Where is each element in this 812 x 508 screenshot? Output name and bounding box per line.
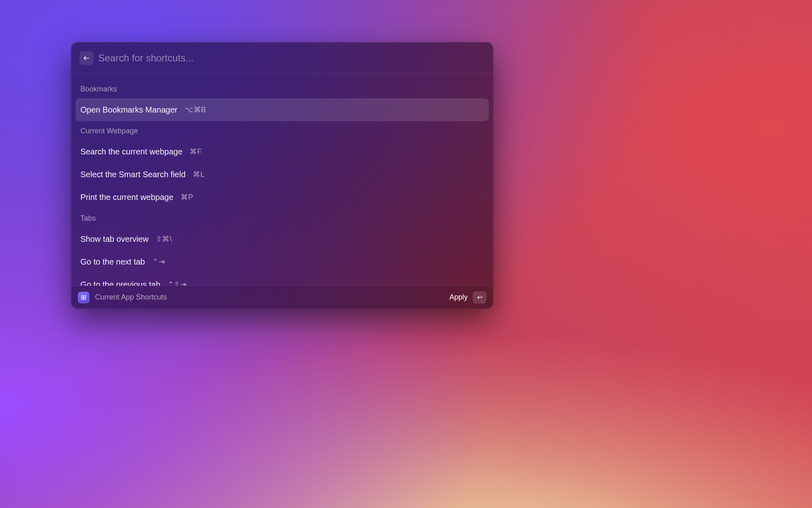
- apply-label: Apply: [449, 293, 468, 302]
- shortcut-label: Open Bookmarks Manager: [80, 105, 177, 115]
- footer: Current App Shortcuts Apply ↩: [71, 286, 493, 308]
- shortcut-keys: ⌘L: [193, 170, 205, 179]
- shortcut-label: Go to the previous tab: [80, 280, 160, 286]
- shortcut-label: Search the current webpage: [80, 147, 182, 156]
- section-title: Current Webpage: [76, 121, 489, 140]
- shortcut-label: Show tab overview: [80, 234, 149, 244]
- shortcut-keys: ⌃⇥: [152, 257, 165, 266]
- section-title: Bookmarks: [76, 79, 489, 98]
- footer-context-label: Current App Shortcuts: [95, 293, 167, 302]
- back-button[interactable]: [80, 51, 93, 65]
- enter-key-icon: ↩: [473, 291, 486, 304]
- command-palette: BookmarksOpen Bookmarks Manager⌥⌘BCurren…: [71, 42, 493, 309]
- results-list: BookmarksOpen Bookmarks Manager⌥⌘BCurren…: [71, 74, 493, 286]
- shortcut-label: Print the current webpage: [80, 193, 173, 202]
- app-icon: [78, 292, 89, 303]
- footer-action[interactable]: Apply ↩: [449, 291, 486, 304]
- footer-context[interactable]: Current App Shortcuts: [78, 292, 167, 303]
- shortcut-row[interactable]: Search the current webpage⌘F: [76, 140, 489, 163]
- list-icon: [80, 294, 87, 301]
- shortcut-label: Select the Smart Search field: [80, 170, 186, 179]
- shortcut-row[interactable]: Go to the next tab⌃⇥: [76, 250, 489, 273]
- shortcut-keys: ⌃⇧⇥: [168, 280, 187, 286]
- arrow-left-icon: [83, 54, 90, 62]
- shortcut-keys: ⌥⌘B: [185, 105, 206, 114]
- shortcut-row[interactable]: Print the current webpage⌘P: [76, 186, 489, 208]
- shortcut-row[interactable]: Show tab overview⇧⌘\: [76, 228, 489, 250]
- shortcut-label: Go to the next tab: [80, 257, 145, 267]
- shortcut-keys: ⌘F: [190, 147, 202, 156]
- shortcut-row[interactable]: Select the Smart Search field⌘L: [76, 163, 489, 186]
- search-input[interactable]: [98, 49, 485, 67]
- section-title: Tabs: [76, 208, 489, 228]
- shortcut-keys: ⇧⌘\: [156, 234, 172, 243]
- shortcut-row[interactable]: Open Bookmarks Manager⌥⌘B: [76, 98, 489, 121]
- shortcut-row[interactable]: Go to the previous tab⌃⇧⇥: [76, 273, 489, 286]
- shortcut-keys: ⌘P: [181, 193, 193, 202]
- topbar: [71, 43, 493, 74]
